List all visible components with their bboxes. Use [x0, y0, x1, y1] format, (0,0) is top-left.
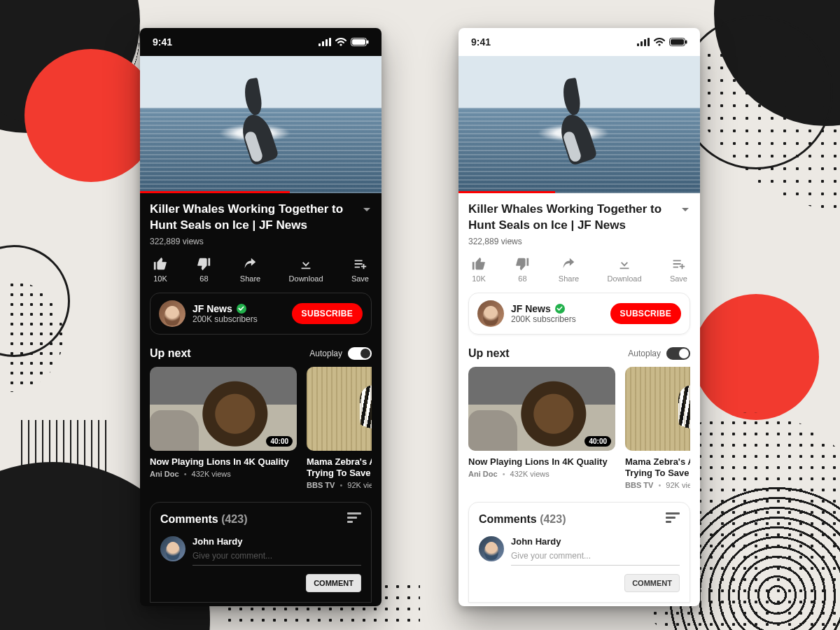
upnext-card[interactable]: Mama Zebra's Answer To Men Trying To Sav… [307, 367, 372, 490]
svg-rect-10 [347, 521, 353, 523]
dislike-button[interactable]: 68 [514, 256, 530, 283]
upnext-card-views: 432K views [510, 470, 550, 478]
comments-section: Comments (423) John Hardy COMMENT [150, 502, 372, 603]
duration-badge: 40:00 [584, 436, 611, 447]
subscribe-button[interactable]: SUBSCRIBE [610, 303, 681, 324]
upnext-card-channel: BBS TV [307, 481, 335, 489]
svg-rect-8 [347, 512, 361, 514]
user-avatar[interactable] [160, 536, 186, 561]
comment-input[interactable] [192, 547, 361, 566]
verified-badge-icon [555, 304, 565, 314]
video-player[interactable] [458, 56, 700, 193]
like-button[interactable]: 10K [153, 256, 168, 283]
svg-rect-13 [644, 39, 646, 46]
chevron-down-icon[interactable] [362, 204, 372, 217]
download-button[interactable]: Download [289, 256, 323, 283]
dislike-button[interactable]: 68 [196, 256, 211, 283]
svg-rect-6 [352, 39, 365, 45]
svg-rect-19 [666, 512, 680, 514]
comments-count: (423) [221, 513, 247, 525]
subscribe-button[interactable]: SUBSCRIBE [292, 303, 363, 324]
autoplay-toggle[interactable] [348, 347, 372, 360]
like-count: 10K [153, 274, 167, 283]
video-player[interactable] [140, 56, 382, 193]
upnext-card-views: 432K views [192, 470, 231, 478]
channel-card[interactable]: JF News 200K subscribers SUBSCRIBE [468, 293, 690, 335]
battery-icon [669, 38, 687, 46]
video-thumbnail[interactable] [307, 367, 372, 451]
save-label: Save [670, 274, 687, 283]
video-progress[interactable] [458, 191, 555, 193]
comments-section: Comments (423) John Hardy COMMENT [468, 502, 690, 603]
upnext-card-channel: BBS TV [625, 481, 653, 489]
dislike-count: 68 [518, 274, 526, 283]
channel-subscribers: 200K subscribers [511, 314, 576, 324]
verified-badge-icon [237, 304, 246, 314]
upnext-title: Up next [468, 347, 510, 360]
video-thumbnail[interactable]: 40:00 [468, 367, 615, 451]
post-comment-button[interactable]: COMMENT [624, 574, 680, 592]
video-thumbnail[interactable]: 40:00 [150, 367, 297, 451]
upnext-carousel[interactable]: 40:00 Now Playing Lions In 4K Quality An… [468, 367, 690, 490]
status-bar: 9:41 [458, 28, 700, 56]
commenter-name: John Hardy [192, 536, 361, 547]
video-title: Killer Whales Working Together to Hunt S… [468, 202, 673, 234]
autoplay-toggle[interactable] [666, 347, 690, 360]
video-actions: 10K 68 Share Download Save [150, 256, 372, 283]
svg-rect-3 [329, 38, 331, 46]
upnext-card[interactable]: 40:00 Now Playing Lions In 4K Quality An… [468, 367, 615, 490]
svg-point-15 [658, 43, 660, 46]
dislike-count: 68 [200, 274, 208, 283]
share-button[interactable]: Share [559, 256, 579, 283]
sort-icon[interactable] [666, 512, 680, 526]
svg-point-4 [340, 43, 342, 46]
svg-rect-11 [637, 43, 639, 46]
svg-rect-1 [322, 41, 324, 46]
cellular-signal-icon [318, 38, 331, 46]
download-label: Download [608, 274, 642, 283]
download-button[interactable]: Download [608, 256, 642, 283]
upnext-card-channel: Ani Doc [468, 470, 498, 478]
phone-dark: 9:41 Killer Whales Working [140, 28, 382, 606]
channel-avatar[interactable] [477, 300, 504, 327]
share-label: Share [559, 274, 579, 283]
comments-title: Comments [479, 513, 537, 525]
post-comment-button[interactable]: COMMENT [306, 574, 361, 592]
sort-icon[interactable] [347, 512, 361, 526]
channel-name: JF News [511, 303, 551, 314]
upnext-card-title: Now Playing Lions In 4K Quality [150, 456, 297, 468]
comments-count: (423) [540, 513, 566, 525]
video-progress[interactable] [140, 191, 290, 193]
upnext-card[interactable]: 40:00 Now Playing Lions In 4K Quality An… [150, 367, 297, 490]
comment-input[interactable] [511, 547, 680, 566]
commenter-name: John Hardy [511, 536, 680, 547]
upnext-carousel[interactable]: 40:00 Now Playing Lions In 4K Quality An… [150, 367, 372, 490]
svg-rect-18 [685, 41, 687, 44]
channel-card[interactable]: JF News 200K subscribers SUBSCRIBE [150, 293, 372, 335]
like-button[interactable]: 10K [471, 256, 486, 283]
channel-avatar[interactable] [159, 300, 186, 327]
upnext-title: Up next [150, 347, 191, 360]
share-button[interactable]: Share [240, 256, 260, 283]
upnext-card-views: 92K views [347, 481, 372, 489]
status-time: 9:41 [471, 36, 491, 48]
upnext-card-title: Mama Zebra's Answer To Men Trying To Sav… [307, 456, 372, 479]
user-avatar[interactable] [479, 536, 504, 561]
wifi-icon [335, 38, 346, 46]
video-thumbnail[interactable] [625, 367, 690, 451]
wifi-icon [654, 38, 665, 46]
video-views: 322,889 views [150, 237, 372, 246]
upnext-card[interactable]: Mama Zebra's Answer To Men Trying To Sav… [625, 367, 690, 490]
save-label: Save [351, 274, 369, 283]
comments-title: Comments [160, 513, 218, 525]
channel-name: JF News [192, 303, 232, 314]
chevron-down-icon[interactable] [680, 204, 690, 217]
autoplay-label: Autoplay [309, 349, 342, 358]
svg-rect-0 [318, 43, 321, 46]
upnext-card-title: Now Playing Lions In 4K Quality [468, 456, 615, 468]
autoplay-label: Autoplay [628, 349, 661, 358]
save-button[interactable]: Save [351, 256, 369, 283]
save-button[interactable]: Save [670, 256, 687, 283]
phone-light: 9:41 Killer Whales Working [458, 28, 700, 606]
status-bar: 9:41 [140, 28, 382, 56]
